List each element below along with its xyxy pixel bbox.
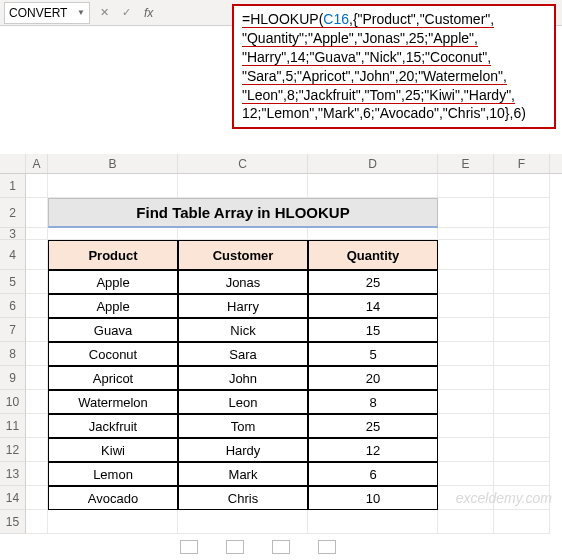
cell-customer[interactable]: Nick (178, 318, 308, 342)
column-headers: A B C D E F (0, 154, 562, 174)
row-header[interactable]: 10 (0, 390, 26, 414)
col-header-b[interactable]: B (48, 154, 178, 173)
cell-product[interactable]: Avocado (48, 486, 178, 510)
cell-customer[interactable]: John (178, 366, 308, 390)
cells-area[interactable]: Find Table Array in HLOOKUP Product Cust… (26, 174, 562, 534)
table-row: GuavaNick15 (26, 318, 562, 342)
cell-quantity[interactable]: 20 (308, 366, 438, 390)
table-row: ApricotJohn20 (26, 366, 562, 390)
row-header[interactable]: 4 (0, 240, 26, 270)
cell-customer[interactable]: Sara (178, 342, 308, 366)
table-row: LemonMark6 (26, 462, 562, 486)
cell-quantity[interactable]: 12 (308, 438, 438, 462)
cell-customer[interactable]: Harry (178, 294, 308, 318)
cell-customer[interactable]: Hardy (178, 438, 308, 462)
cell-quantity[interactable]: 25 (308, 414, 438, 438)
row-header[interactable]: 1 (0, 174, 26, 198)
cell-quantity[interactable]: 8 (308, 390, 438, 414)
cell-product[interactable]: Lemon (48, 462, 178, 486)
table-row: AppleJonas25 (26, 270, 562, 294)
col-header-c[interactable]: C (178, 154, 308, 173)
cell-quantity[interactable]: 6 (308, 462, 438, 486)
view-icon[interactable] (318, 540, 336, 554)
chevron-down-icon[interactable]: ▼ (77, 8, 85, 17)
cell-product[interactable]: Watermelon (48, 390, 178, 414)
row-header[interactable]: 3 (0, 228, 26, 240)
cell-customer[interactable]: Jonas (178, 270, 308, 294)
cell-quantity[interactable]: 25 (308, 270, 438, 294)
row-header[interactable]: 11 (0, 414, 26, 438)
cell-customer[interactable]: Chris (178, 486, 308, 510)
page-break-icon[interactable] (272, 540, 290, 554)
row-headers: 1 2 3 4 5 6 7 8 9 10 11 12 13 14 15 (0, 174, 26, 534)
select-all-corner[interactable] (0, 154, 26, 173)
row-header[interactable]: 9 (0, 366, 26, 390)
row-header[interactable]: 14 (0, 486, 26, 510)
row-header[interactable]: 7 (0, 318, 26, 342)
normal-view-icon[interactable] (180, 540, 198, 554)
table-row: AppleHarry14 (26, 294, 562, 318)
cell-product[interactable]: Apple (48, 270, 178, 294)
row-header[interactable]: 8 (0, 342, 26, 366)
row-header[interactable]: 12 (0, 438, 26, 462)
cell-customer[interactable]: Leon (178, 390, 308, 414)
header-customer[interactable]: Customer (178, 240, 308, 270)
col-header-a[interactable]: A (26, 154, 48, 173)
cell-product[interactable]: Coconut (48, 342, 178, 366)
name-box-value: CONVERT (9, 6, 67, 20)
col-header-f[interactable]: F (494, 154, 550, 173)
row-header[interactable]: 15 (0, 510, 26, 534)
formula-bar-input[interactable]: =HLOOKUP(C16,{"Product","Customer", "Qua… (232, 4, 556, 129)
cell-product[interactable]: Apricot (48, 366, 178, 390)
cell-quantity[interactable]: 5 (308, 342, 438, 366)
row-header[interactable]: 5 (0, 270, 26, 294)
header-product[interactable]: Product (48, 240, 178, 270)
accept-icon[interactable]: ✓ (118, 5, 134, 21)
watermark: exceldemy.com (456, 490, 552, 506)
cell-product[interactable]: Apple (48, 294, 178, 318)
table-row: CoconutSara5 (26, 342, 562, 366)
cell-customer[interactable]: Mark (178, 462, 308, 486)
col-header-e[interactable]: E (438, 154, 494, 173)
table-row: KiwiHardy12 (26, 438, 562, 462)
header-quantity[interactable]: Quantity (308, 240, 438, 270)
cell-product[interactable]: Guava (48, 318, 178, 342)
row-header[interactable]: 6 (0, 294, 26, 318)
cell-customer[interactable]: Tom (178, 414, 308, 438)
col-header-d[interactable]: D (308, 154, 438, 173)
cancel-icon[interactable]: ✕ (96, 5, 112, 21)
cell-quantity[interactable]: 10 (308, 486, 438, 510)
cell-product[interactable]: Jackfruit (48, 414, 178, 438)
row-header[interactable]: 2 (0, 198, 26, 228)
cell-product[interactable]: Kiwi (48, 438, 178, 462)
cell-quantity[interactable]: 14 (308, 294, 438, 318)
fx-icon[interactable]: fx (144, 6, 153, 20)
status-bar-icons (180, 540, 336, 554)
row-header[interactable]: 13 (0, 462, 26, 486)
table-row: WatermelonLeon8 (26, 390, 562, 414)
cell-quantity[interactable]: 15 (308, 318, 438, 342)
formula-bar-buttons: ✕ ✓ fx (96, 5, 153, 21)
name-box[interactable]: CONVERT ▼ (4, 2, 90, 24)
table-row: JackfruitTom25 (26, 414, 562, 438)
title-cell[interactable]: Find Table Array in HLOOKUP (48, 198, 438, 228)
page-layout-icon[interactable] (226, 540, 244, 554)
